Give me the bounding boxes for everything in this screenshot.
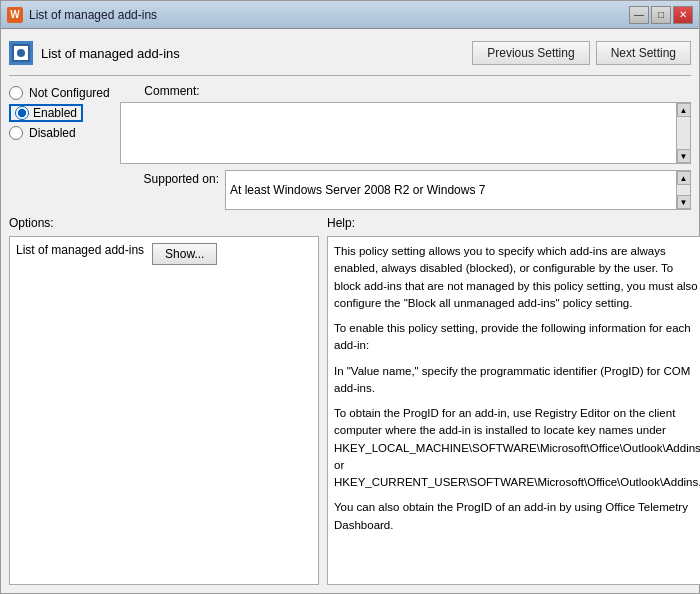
comment-box: ▲ ▼ <box>120 102 691 164</box>
help-para-1: This policy setting allows you to specif… <box>334 243 700 312</box>
scroll-down-arrow[interactable]: ▼ <box>677 149 691 163</box>
help-para-5: You can also obtain the ProgID of an add… <box>334 499 700 534</box>
title-controls: — □ ✕ <box>629 6 693 24</box>
supported-section: Supported on: At least Windows Server 20… <box>129 170 691 210</box>
comment-label: Comment: <box>120 82 200 98</box>
bottom-section: List of managed add-ins Show... This pol… <box>9 236 691 585</box>
policy-title: List of managed add-ins <box>41 46 180 61</box>
window-title: List of managed add-ins <box>29 8 157 22</box>
options-label: Options: <box>9 216 54 230</box>
middle-section: Not Configured Enabled Disabled Comment: <box>9 82 691 164</box>
supported-text: At least Windows Server 2008 R2 or Windo… <box>230 183 485 197</box>
show-button[interactable]: Show... <box>152 243 217 265</box>
supported-scroll-track <box>677 185 690 195</box>
enabled-label: Enabled <box>33 106 77 120</box>
maximize-button[interactable]: □ <box>651 6 671 24</box>
disabled-row: Disabled <box>9 126 110 140</box>
enabled-box: Enabled <box>9 104 83 122</box>
title-bar-left: W List of managed add-ins <box>7 7 157 23</box>
not-configured-label: Not Configured <box>29 86 110 100</box>
options-label-container: Options: <box>9 216 319 230</box>
help-label: Help: <box>327 216 355 230</box>
divider <box>9 75 691 76</box>
close-button[interactable]: ✕ <box>673 6 693 24</box>
help-panel: This policy setting allows you to specif… <box>327 236 700 585</box>
header-section: List of managed add-ins Previous Setting… <box>9 37 691 69</box>
radio-section: Not Configured Enabled Disabled <box>9 82 110 144</box>
help-content: This policy setting allows you to specif… <box>327 236 700 585</box>
content-area: List of managed add-ins Previous Setting… <box>1 29 699 593</box>
supported-scrollbar: ▲ ▼ <box>676 171 690 209</box>
header-buttons: Previous Setting Next Setting <box>472 41 691 65</box>
supported-scroll-down[interactable]: ▼ <box>677 195 691 209</box>
supported-scroll-up[interactable]: ▲ <box>677 171 691 185</box>
enabled-row: Enabled <box>9 104 110 122</box>
title-bar: W List of managed add-ins — □ ✕ <box>1 1 699 29</box>
policy-icon <box>9 41 33 65</box>
next-setting-button[interactable]: Next Setting <box>596 41 691 65</box>
comment-scrollbar: ▲ ▼ <box>676 103 690 163</box>
options-content: List of managed add-ins Show... <box>9 236 319 585</box>
comment-row: Comment: <box>120 82 691 98</box>
help-para-2: To enable this policy setting, provide t… <box>334 320 700 355</box>
help-para-3: In "Value name," specify the programmati… <box>334 363 700 398</box>
comment-section: Comment: ▲ ▼ <box>120 82 691 164</box>
disabled-label: Disabled <box>29 126 76 140</box>
scroll-up-arrow[interactable]: ▲ <box>677 103 691 117</box>
enabled-radio[interactable] <box>15 106 29 120</box>
not-configured-row: Not Configured <box>9 86 110 100</box>
window-icon: W <box>7 7 23 23</box>
minimize-button[interactable]: — <box>629 6 649 24</box>
main-window: W List of managed add-ins — □ ✕ List of … <box>0 0 700 594</box>
supported-label: Supported on: <box>129 170 219 186</box>
options-item-label: List of managed add-ins <box>16 243 144 257</box>
header-left: List of managed add-ins <box>9 41 180 65</box>
section-labels-row: Options: Help: <box>9 216 691 230</box>
prev-setting-button[interactable]: Previous Setting <box>472 41 589 65</box>
policy-icon-inner <box>12 44 30 62</box>
scroll-track <box>677 117 690 149</box>
supported-box: At least Windows Server 2008 R2 or Windo… <box>225 170 691 210</box>
help-text: This policy setting allows you to specif… <box>328 237 700 584</box>
help-label-container: Help: <box>327 216 691 230</box>
disabled-radio[interactable] <box>9 126 23 140</box>
help-para-4: To obtain the ProgID for an add-in, use … <box>334 405 700 491</box>
options-panel: List of managed add-ins Show... <box>9 236 319 585</box>
comment-content[interactable] <box>121 103 676 163</box>
not-configured-radio[interactable] <box>9 86 23 100</box>
